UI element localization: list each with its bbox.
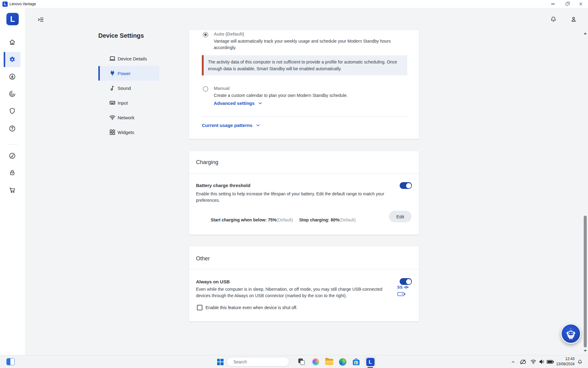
close-icon (579, 2, 583, 6)
sidebar-item-hardware-scan[interactable] (9, 152, 16, 159)
sidebar-item-device[interactable] (9, 56, 16, 63)
manual-radio-label: Manual (214, 86, 230, 91)
enable-when-shut-off-checkbox[interactable] (197, 305, 202, 310)
other-card: Other Always on USB Even while the compu… (189, 246, 419, 321)
advanced-settings-link[interactable]: Advanced settings (214, 101, 262, 106)
app-logo-icon: L (2, 2, 8, 7)
auto-radio[interactable] (203, 32, 208, 37)
window-title: Lenovo Vantage (9, 2, 36, 6)
card-divider (189, 174, 419, 174)
nav-item-power[interactable]: Power (98, 66, 159, 81)
nav-item-network[interactable]: Network (98, 110, 159, 125)
window-titlebar: L Lenovo Vantage (0, 0, 588, 8)
widgets-pane-button[interactable] (6, 358, 15, 365)
lenovo-vantage-taskbar-button[interactable]: L (364, 356, 376, 367)
lenovo-vantage-logo[interactable]: L (6, 13, 19, 25)
gauge-icon (9, 152, 16, 159)
nav-item-label: Network (118, 115, 134, 120)
sidebar-item-downloads[interactable] (9, 73, 16, 80)
battery-charge-threshold-label: Battery charge threshold (196, 183, 251, 188)
notifications-button[interactable] (550, 16, 557, 23)
start-charging-text: Start charging when below: 75% (211, 217, 277, 222)
battery-charge-threshold-toggle[interactable] (400, 182, 412, 189)
onedrive-status-button[interactable] (519, 359, 526, 366)
task-view-icon (298, 358, 306, 366)
notification-center-button[interactable] (577, 359, 583, 366)
sidebar-item-security[interactable] (9, 107, 16, 115)
lena-assistant-fab[interactable] (561, 324, 581, 344)
nav-item-label: Sound (118, 86, 131, 91)
chevron-down-icon (256, 123, 260, 128)
insufficient-data-warning: The activity data of this computer is no… (202, 55, 407, 75)
app-window: L (0, 8, 588, 355)
advanced-settings-label: Advanced settings (214, 101, 254, 106)
wifi-icon (530, 359, 537, 365)
sidebar-selected-indicator (4, 52, 5, 67)
close-button[interactable] (574, 0, 588, 8)
edge-button[interactable] (339, 358, 347, 366)
stop-charging-value: Stop charging: 80%(Default) (299, 217, 356, 222)
account-person-icon (570, 16, 577, 23)
onedrive-offline-icon (519, 359, 526, 365)
nav-item-label: Input (118, 100, 128, 105)
music-note-icon (109, 84, 116, 92)
windows-taskbar: L 12:43 13/08/2024 (0, 355, 588, 368)
nav-item-sound[interactable]: Sound (98, 81, 159, 95)
stop-charging-default: (Default) (339, 217, 356, 222)
restore-icon (566, 3, 568, 6)
scrollbar-thumb[interactable] (584, 216, 587, 347)
windows-logo-icon (217, 359, 224, 365)
tray-expand-button[interactable] (511, 360, 515, 365)
smart-standby-card: Auto (Default) Vantage will automaticall… (189, 30, 419, 139)
shield-icon (9, 107, 16, 115)
manual-radio[interactable] (203, 86, 208, 92)
scrollbar-down-arrow[interactable] (584, 350, 587, 352)
start-button[interactable] (216, 358, 224, 366)
volume-button[interactable] (539, 359, 545, 366)
auto-radio-description: Vantage will automatically track your we… (214, 38, 398, 51)
nav-item-widgets[interactable]: Widgets (98, 125, 159, 140)
bell-icon (577, 359, 583, 365)
sidebar-item-store[interactable] (9, 186, 16, 194)
restore-button[interactable] (560, 0, 574, 8)
sidebar-item-support[interactable] (9, 125, 16, 132)
clock-date: 13/08/2024 (553, 362, 575, 367)
always-on-usb-label: Always on USB (196, 279, 230, 284)
wifi-icon (109, 114, 116, 121)
current-usage-patterns-link[interactable]: Current usage patterns (202, 123, 260, 128)
plug-icon (109, 70, 116, 77)
taskbar-search[interactable] (227, 357, 289, 366)
file-explorer-button[interactable] (325, 358, 333, 366)
home-icon (9, 39, 16, 46)
auto-radio-label: Auto (Default) (214, 31, 244, 36)
microsoft-store-icon (352, 358, 360, 366)
battery-charge-threshold-description: Enable this setting to help increase the… (196, 191, 407, 204)
nav-item-input[interactable]: Input (98, 95, 159, 110)
nav-item-device-details[interactable]: Device Details (98, 51, 159, 66)
notifications-bell-icon (550, 16, 557, 23)
task-view-button[interactable] (298, 358, 306, 366)
account-button[interactable] (570, 16, 577, 23)
sidebar-item-system-update[interactable] (9, 90, 16, 98)
icon-rail: L (0, 8, 25, 355)
microsoft-store-button[interactable] (352, 358, 360, 366)
taskbar-clock[interactable]: 12:43 13/08/2024 (553, 356, 575, 367)
collapse-menu-icon (37, 16, 44, 23)
minimize-button[interactable] (546, 0, 560, 8)
always-on-usb-toggle[interactable] (400, 278, 412, 285)
chevron-down-icon (258, 101, 262, 105)
sidebar-item-privacy[interactable] (9, 169, 16, 176)
search-input[interactable] (233, 359, 289, 364)
download-circle-icon (9, 73, 16, 80)
gear-icon (9, 56, 16, 63)
wifi-status-button[interactable] (530, 359, 537, 366)
manual-radio-description: Create a custom calendar to plan your ow… (214, 92, 404, 99)
scrollbar-up-arrow[interactable] (584, 33, 587, 34)
collapse-menu-button[interactable] (37, 16, 44, 23)
lenovo-vantage-icon: L (366, 358, 375, 366)
copilot-button[interactable] (312, 358, 320, 366)
chevron-up-icon (511, 360, 515, 364)
sidebar-item-home[interactable] (9, 39, 16, 46)
lock-icon (9, 169, 16, 176)
edit-button[interactable]: Edit (389, 211, 412, 222)
